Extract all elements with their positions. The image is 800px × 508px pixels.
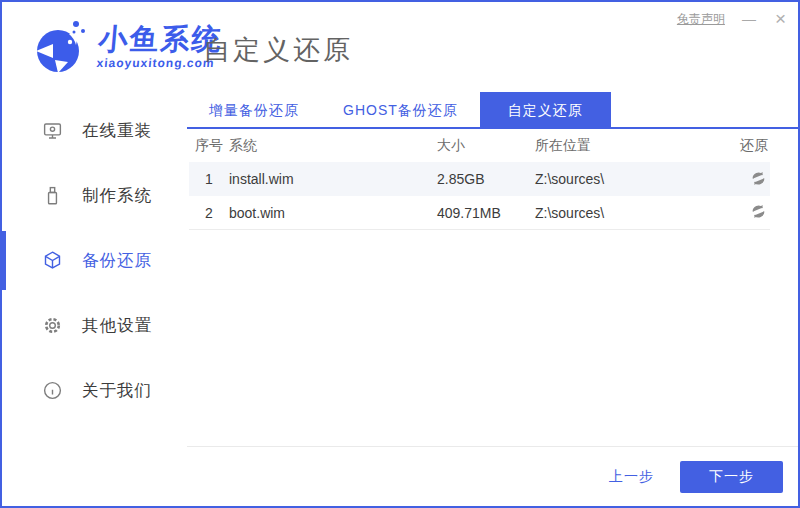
prev-step-button[interactable]: 上一步 (609, 468, 654, 486)
sidebar-item-label: 其他设置 (82, 315, 152, 337)
sidebar: 在线重装 制作系统 备份还原 其他设置 (2, 92, 187, 506)
page-title: 自定义还原 (203, 32, 353, 68)
table-row: 1 install.wim 2.85GB Z:\sources\ (189, 162, 770, 196)
tab-bar: 增量备份还原 GHOST备份还原 自定义还原 (187, 92, 798, 129)
header: 小鱼系统 xiaoyuxitong.com 自定义还原 免责声明 — × (2, 2, 798, 92)
active-indicator (2, 361, 6, 420)
close-button[interactable]: × (773, 10, 788, 28)
row-location: Z:\sources\ (535, 205, 734, 221)
row-location: Z:\sources\ (535, 171, 734, 187)
col-header-index: 序号 (189, 137, 229, 155)
brand-logo: 小鱼系统 xiaoyuxitong.com (32, 14, 222, 80)
sidebar-item-label: 在线重装 (82, 120, 152, 142)
sidebar-item-label: 制作系统 (82, 185, 152, 207)
row-index: 1 (189, 171, 229, 187)
row-size: 2.85GB (437, 171, 535, 187)
tab-custom-restore[interactable]: 自定义还原 (480, 92, 611, 127)
refresh-icon[interactable] (748, 168, 768, 188)
sidebar-item-make-system[interactable]: 制作系统 (2, 163, 187, 228)
row-index: 2 (189, 205, 229, 221)
next-step-button[interactable]: 下一步 (680, 461, 783, 493)
refresh-icon[interactable] (748, 202, 768, 222)
col-header-size: 大小 (437, 137, 535, 155)
disclaimer-link[interactable]: 免责声明 (677, 11, 725, 28)
sidebar-item-other-settings[interactable]: 其他设置 (2, 293, 187, 358)
row-size: 409.71MB (437, 205, 535, 221)
active-indicator (2, 231, 6, 290)
app-window: 小鱼系统 xiaoyuxitong.com 自定义还原 免责声明 — × 在线重… (0, 0, 800, 508)
backup-table: 序号 系统 大小 所在位置 还原 1 install.wim 2.85GB Z:… (189, 129, 770, 230)
row-system: boot.wim (229, 205, 437, 221)
fish-logo-icon (32, 14, 90, 80)
col-header-restore: 还原 (734, 137, 774, 155)
tab-incremental-backup-restore[interactable]: 增量备份还原 (187, 92, 321, 127)
sidebar-item-about-us[interactable]: 关于我们 (2, 358, 187, 423)
tab-ghost-backup-restore[interactable]: GHOST备份还原 (321, 92, 480, 127)
footer: 上一步 下一步 (187, 446, 798, 506)
sidebar-item-backup-restore[interactable]: 备份还原 (2, 228, 187, 293)
active-indicator (2, 101, 6, 160)
sidebar-item-online-reinstall[interactable]: 在线重装 (2, 98, 187, 163)
table-header-row: 序号 系统 大小 所在位置 还原 (189, 129, 770, 162)
col-header-system: 系统 (229, 137, 437, 155)
row-system: install.wim (229, 171, 437, 187)
minimize-button[interactable]: — (739, 11, 759, 27)
active-indicator (2, 166, 6, 225)
sidebar-item-label: 关于我们 (82, 380, 152, 402)
col-header-location: 所在位置 (535, 137, 734, 155)
monitor-icon (42, 120, 63, 141)
usb-drive-icon (42, 185, 63, 206)
backup-cube-icon (42, 250, 63, 271)
window-controls: 免责声明 — × (677, 10, 788, 28)
sidebar-item-label: 备份还原 (82, 250, 152, 272)
table-row: 2 boot.wim 409.71MB Z:\sources\ (189, 196, 770, 230)
active-indicator (2, 296, 6, 355)
main-content: 增量备份还原 GHOST备份还原 自定义还原 序号 系统 大小 所在位置 还原 … (187, 92, 798, 506)
info-icon (42, 380, 63, 401)
gear-icon (42, 315, 63, 336)
